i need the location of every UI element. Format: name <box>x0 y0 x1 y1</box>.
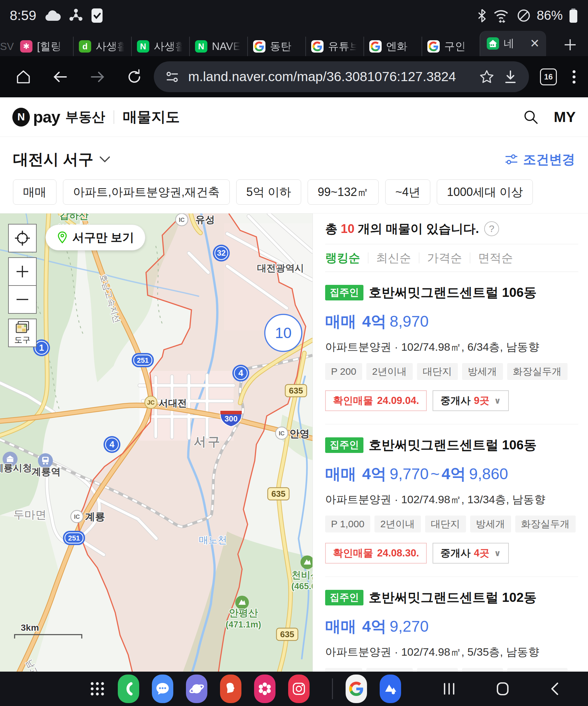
market-favicon: ✱ <box>20 40 33 52</box>
search-icon[interactable] <box>523 109 539 125</box>
listing-price: 매매4억8,970 <box>325 311 578 332</box>
messages-app-icon[interactable] <box>152 674 173 703</box>
bookmark-star-icon[interactable] <box>479 69 495 85</box>
svg-text:300: 300 <box>225 414 238 423</box>
recents-button[interactable] <box>443 682 456 695</box>
agents-dropdown[interactable]: 중개사9곳∨ <box>433 390 509 411</box>
price-part: 4억 <box>362 616 387 637</box>
new-tab-button[interactable] <box>563 38 588 51</box>
zoom-out-button[interactable] <box>8 285 37 314</box>
listing-header: 집주인호반써밋그랜드센트럴 102동 <box>325 589 578 606</box>
listing-card-1[interactable]: 집주인호반써밋그랜드센트럴 106동매매4억9,770~4억9,860아파트분양… <box>325 424 578 577</box>
help-icon[interactable]: ? <box>484 221 499 236</box>
tab-4[interactable]: 동탄 <box>247 37 305 56</box>
sort-option-1[interactable]: 최신순 <box>376 250 411 266</box>
my-menu[interactable]: MY <box>554 109 576 125</box>
header-divider <box>114 110 114 124</box>
svg-text:JC: JC <box>147 399 154 406</box>
tab-partial[interactable]: SV <box>0 37 15 56</box>
brand-section[interactable]: 부동산 <box>65 108 105 126</box>
naver-analytics-app-icon[interactable] <box>380 674 401 703</box>
google-app-icon[interactable] <box>346 674 367 703</box>
owner-badge: 집주인 <box>325 285 363 301</box>
back-nav-button[interactable] <box>550 682 559 696</box>
tab-2[interactable]: N사생활 <box>131 37 189 56</box>
tab-7[interactable]: 구인 <box>422 37 480 56</box>
tab-5[interactable]: 유튜브 <box>305 37 363 56</box>
app-drawer-icon[interactable] <box>89 681 105 697</box>
sort-option-3[interactable]: 면적순 <box>478 250 513 266</box>
home-button[interactable] <box>15 69 32 85</box>
status-bar: 8:59 86% <box>0 0 588 31</box>
zoom-in-button[interactable] <box>8 257 37 286</box>
tab-6[interactable]: 엔화 <box>363 37 422 56</box>
sort-option-0[interactable]: 랭킹순 <box>325 250 360 266</box>
back-button[interactable] <box>52 69 69 85</box>
download-icon[interactable] <box>503 70 518 84</box>
my-location-button[interactable] <box>8 224 37 252</box>
listing-tag: 2년이내 <box>375 516 421 533</box>
expressway-shield-251b: 251 <box>63 531 85 545</box>
owner-badge: 집주인 <box>325 437 363 453</box>
red-app-icon[interactable] <box>220 674 241 703</box>
filter-chip-1[interactable]: 아파트,아파트분양권,재건축 <box>63 180 230 205</box>
gallery-app-icon[interactable] <box>254 674 275 703</box>
agent-count: 4곳 <box>474 546 489 560</box>
map-label: 대전광역시 <box>257 263 304 273</box>
tab-1[interactable]: d사생활 <box>73 37 131 56</box>
phone-app-icon[interactable] <box>118 674 139 703</box>
region-selector[interactable]: 대전시 서구 <box>13 149 93 170</box>
map-label: (471.1m) <box>226 620 261 629</box>
chevron-down-icon[interactable] <box>99 156 110 163</box>
route-shield-32: 32 <box>213 245 230 262</box>
local-shield-635c: 635 <box>276 628 298 640</box>
tab-active-naver-land[interactable]: 네 ✕ <box>480 31 546 56</box>
naver-pay-logo[interactable]: N <box>12 108 30 126</box>
price-part: ~ <box>431 465 440 483</box>
svg-text:1: 1 <box>39 343 44 353</box>
tab-close-icon[interactable]: ✕ <box>530 38 540 49</box>
listing-card-0[interactable]: 집주인호반써밋그랜드센트럴 106동매매4억8,970아파트분양권 · 102/… <box>325 272 578 424</box>
tab-3[interactable]: NNAVER <box>189 37 247 56</box>
tab-count-button[interactable]: 16 <box>540 69 557 85</box>
route-shield-4b: 4 <box>104 436 120 453</box>
browser-toolbar: m.land.naver.com/map/36.3081076:127.3824… <box>0 56 588 97</box>
district-only-button[interactable]: 서구만 보기 <box>45 225 145 250</box>
change-conditions-button[interactable]: 조건변경 <box>504 151 575 168</box>
sort-option-2[interactable]: 가격순 <box>427 250 462 266</box>
url-text[interactable]: m.land.naver.com/map/36.3081076:127.3824 <box>188 69 471 84</box>
map-canvas[interactable]: 1 32 4 4 251 251 300 635 635 635 IC <box>0 213 313 675</box>
checkbox-notification-icon <box>91 8 103 23</box>
naver-favicon: N <box>195 40 207 52</box>
listing-cluster-marker[interactable]: 10 <box>265 314 302 351</box>
site-settings-icon[interactable] <box>165 70 180 84</box>
expressway-shield-251: 251 <box>132 353 154 367</box>
map-tools-button[interactable]: 도구 <box>8 319 37 347</box>
menu-kebab-icon[interactable] <box>572 69 576 85</box>
url-bar[interactable]: m.land.naver.com/map/36.3081076:127.3824 <box>154 61 529 92</box>
agents-dropdown[interactable]: 중개사4곳∨ <box>433 543 509 563</box>
home-nav-button[interactable] <box>496 682 509 696</box>
filter-chip-4[interactable]: ~4년 <box>385 180 430 205</box>
instagram-app-icon[interactable] <box>288 674 310 703</box>
filter-chip-0[interactable]: 매매 <box>13 180 56 205</box>
reload-button[interactable] <box>126 69 143 85</box>
filter-chip-3[interactable]: 99~132㎡ <box>308 180 379 205</box>
filter-chip-2[interactable]: 5억 이하 <box>236 180 301 205</box>
listing-card-2[interactable]: 집주인호반써밋그랜드센트럴 102동매매4억9,270아파트분양권 · 102/… <box>325 577 578 675</box>
brand-pay[interactable]: pay <box>33 108 60 126</box>
listing-tags: P 2002년이내대단지방세개화장실두개 <box>325 363 578 380</box>
smartthings-icon <box>69 8 83 23</box>
filter-chip-5[interactable]: 1000세대 이상 <box>437 180 533 205</box>
map-label: 천비산 <box>292 570 313 580</box>
sort-separator <box>419 252 419 264</box>
clock: 8:59 <box>10 8 36 23</box>
samsung-internet-app-icon[interactable] <box>186 674 207 703</box>
forward-button[interactable] <box>89 69 106 85</box>
listing-tag: 방세개 <box>470 516 511 533</box>
svg-text:IC: IC <box>74 514 80 520</box>
tab-0[interactable]: ✱[힐링 <box>15 37 73 56</box>
price-part: 매매 <box>325 464 356 484</box>
listing-info: 아파트분양권 · 102/74.98㎡, 6/34층, 남동향 <box>325 340 578 355</box>
battery-icon <box>569 8 578 23</box>
